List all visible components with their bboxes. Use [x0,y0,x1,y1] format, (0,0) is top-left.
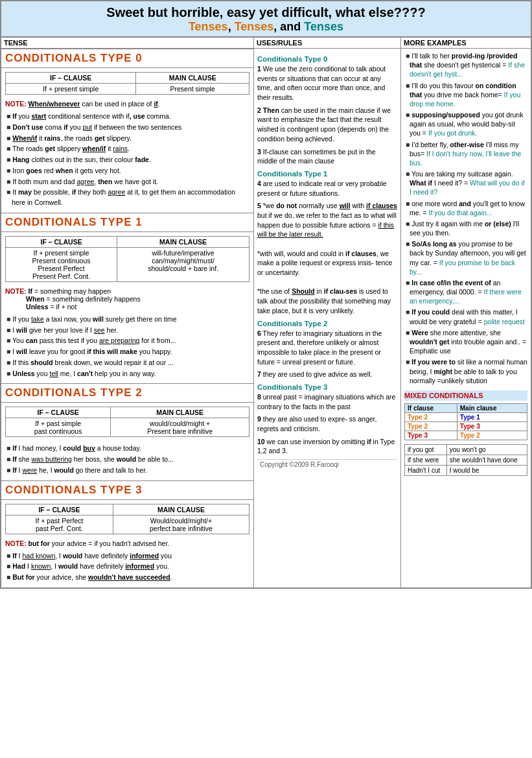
more-ex-1: I'll talk to her provid-ing /provided th… [404,51,527,79]
bullet-t2-1: If I had money, I could buy a house toda… [5,444,249,454]
more-ex-12: If you were to sit like a normal human b… [404,357,527,385]
bullet-t2-2: If she was buttering her boss, she would… [5,455,249,465]
mixed-row3-main: Type 2 [457,431,527,440]
tenses-1: Tenses [189,20,228,33]
more-ex-9: In case of/in the event of an emergency,… [404,278,527,306]
type1-header: CONDITIONALS TYPE 1 [1,213,253,232]
bullet-t0-8: It may be possible, if they both agree a… [5,187,249,208]
page: Sweet but horrible, easy yet difficult, … [0,0,532,589]
type0-if-content: If + present simple [6,84,136,95]
type2-if-content: If + past simple past continuous [6,418,111,437]
type0-main-header: MAIN CLAUSE [136,73,249,84]
bullet-t3-1: If I had known, I would have definitely … [5,551,249,562]
mixed-row2-main: Type 3 [457,421,527,431]
type0-clause-wrap: IF – CLAUSE MAIN CLAUSE If + present sim… [1,68,253,99]
type0-if-header: IF – CLAUSE [6,73,136,84]
type2-clause-table: IF – CLAUSE MAIN CLAUSE If + past simple… [5,407,249,437]
last-ex-2-col1: if she were [405,455,447,465]
last-examples-table: if you got you won't go if she were she … [404,444,527,476]
last-ex-3-col2: I would be [446,465,527,475]
more-ex-10: If you could deal with this matter, I wo… [404,307,527,326]
bullet-t1-6: Unless you tell me, I can't help you in … [5,369,249,379]
type1-clause-wrap: IF – CLAUSE MAIN CLAUSE If + present sim… [1,232,253,286]
type1-clause-table: IF – CLAUSE MAIN CLAUSE If + present sim… [5,236,249,282]
uses-rule-2-6: 6 They refer to imaginary situations in … [257,329,397,367]
uses-rule-0-3: 3 If-clause can sometimes be put in the … [257,147,397,166]
left-column: CONDITIONALS TYPE 0 IF – CLAUSE MAIN CLA… [1,49,254,587]
type3-bullets: If I had known, I would have definitely … [1,550,253,587]
type2-header: CONDITIONALS TYPE 2 [1,383,253,403]
title-block: Sweet but horrible, easy yet difficult, … [1,1,531,38]
type1-main-header: MAIN CLAUSE [117,236,249,247]
bullet-t0-2: Don't use coma if you put if between the… [5,123,249,133]
type3-if-header: IF – CLAUSE [6,504,113,515]
more-ex-3: supposing/supposed you got drunk again a… [404,110,527,138]
type3-title: CONDITIONALS TYPE 3 [5,484,143,496]
sub-title: Tenses, Tenses, and Tenses [4,20,528,34]
last-ex-2-col2: she wouldn't have done [446,455,527,465]
last-ex-3-col1: Hadn't I cut [405,465,447,475]
bullet-t0-6: Iron goes red when it gets very hot. [5,166,249,176]
last-ex-1-col2: you won't go [446,444,527,455]
type0-main-content: Present simple [136,84,249,95]
bullet-t1-1: If you take a taxi now, you will surely … [5,314,249,325]
mixed-row1-main: Type 1 [457,412,527,421]
uses-rule-3-10: 10 we can use inversion by omitting if i… [257,437,397,456]
bullet-t1-5: If this should break down, we would repa… [5,358,249,368]
type1-main-content: will-future/imperative can/may/might/mus… [117,247,249,281]
type1-title: CONDITIONALS TYPE 1 [5,216,143,228]
copyright-text: Copyright ©2009 R.Farooqi [257,459,397,469]
col-header-more: MORE EXAMPLES [401,38,531,48]
bullet-t0-5: Hang clothes out in the sun, their colou… [5,155,249,165]
mid-column: Conditionals Type 0 1 We use the zero co… [254,49,401,587]
type0-bullets: If you start conditional sentence with i… [1,110,253,213]
bullet-t3-2: Had I known, I would have definitely inf… [5,562,249,572]
type0-title: CONDITIONALS TYPE 0 [5,52,143,64]
type1-if-header: IF – CLAUSE [6,236,117,247]
type0-clause-table: IF – CLAUSE MAIN CLAUSE If + present sim… [5,72,249,95]
uses-rule-3-9: 9 they are also used to expre- ss anger,… [257,414,397,433]
type2-main-content: would/could/might + Present bare infinit… [111,418,249,437]
more-ex-6: one more word and you'll get to know me.… [404,199,527,217]
mixed-main-header: Main clause [457,403,527,412]
comma-1: , [228,20,235,33]
mixed-row1-if: Type 2 [405,412,457,421]
column-headers: TENSE USES/RULES MORE EXAMPLES [1,38,531,49]
main-title: Sweet but horrible, easy yet difficult, … [4,5,528,20]
more-ex-5: You are taking my suitcase again. What i… [404,169,527,197]
bullet-t2-3: If I were he, I would go there and talk … [5,466,249,476]
bullet-t3-3: But for your advice, she wouldn't have s… [5,573,249,583]
type1-if-content: If + present simple Present continuous P… [6,247,117,281]
last-ex-1-col1: if you got [405,444,447,455]
and-text: , and [273,20,304,33]
mixed-conditionals-header: MIXED CONDITIONALS [404,390,527,401]
main-content: CONDITIONALS TYPE 0 IF – CLAUSE MAIN CLA… [1,49,531,587]
bullet-t1-3: You can pass this test if you are prepar… [5,336,249,346]
bullet-t0-1: If you start conditional sentence with i… [5,112,249,122]
bullet-t0-7: If both mum and dad agree, then we have … [5,177,249,187]
uses-type1-title: Conditionals Type 1 [257,170,397,178]
type2-main-header: MAIN CLAUSE [111,407,249,418]
mixed-if-header: If clause [405,403,457,412]
type3-clause-wrap: IF – CLAUSE MAIN CLAUSE If + past Perfec… [1,500,253,538]
mixed-row2-if: Type 2 [405,421,457,431]
type3-header: CONDITIONALS TYPE 3 [1,480,253,500]
more-ex-11: Were she more attentive, she wouldn't ge… [404,328,527,356]
type3-clause-table: IF – CLAUSE MAIN CLAUSE If + past Perfec… [5,504,249,534]
col-header-uses: USES/RULES [254,38,401,48]
type2-clause-wrap: IF – CLAUSE MAIN CLAUSE If + past simple… [1,403,253,441]
uses-type0-title: Conditionals Type 0 [257,55,397,63]
more-ex-4: I'd better fly, other-wise I'll miss my … [404,140,527,168]
uses-type2-title: Conditionals Type 2 [257,320,397,327]
bullet-t0-4: The roads get slippery when/if it rains. [5,144,249,154]
uses-rule-1-4: 4 are used to indicate real or very prob… [257,179,397,198]
type2-if-header: IF – CLAUSE [6,407,111,418]
type3-main-content: Would/could/might/+ perfect bare infinit… [113,515,249,534]
right-column: I'll talk to her provid-ing /provided th… [401,49,531,587]
type2-title: CONDITIONALS TYPE 2 [5,386,143,399]
bullet-t1-2: I will give her your love if I see her. [5,326,249,336]
mixed-conditionals-table: If clause Main clause Type 2 Type 1 Type… [404,403,527,440]
mixed-row3-if: Type 3 [405,431,457,440]
more-ex-2: I'll do you this favour on condition tha… [404,81,527,109]
type1-bullets: If you take a taxi now, you will surely … [1,313,253,384]
